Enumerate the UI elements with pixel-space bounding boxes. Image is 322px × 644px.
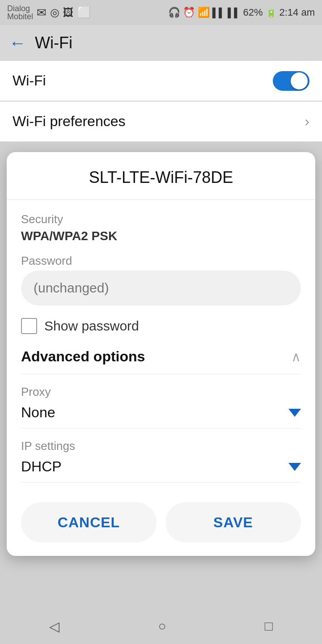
wifi-toggle[interactable] [273, 71, 309, 91]
monitor-icon: ⬜ [77, 6, 91, 19]
dialog-title: SLT-LTE-WiFi-78DE [7, 152, 315, 200]
carrier-text: DialogMobitel [7, 4, 33, 21]
back-button[interactable]: ← [9, 34, 26, 53]
proxy-value: None [21, 404, 55, 421]
show-password-checkbox[interactable] [21, 318, 37, 334]
battery-icon: 🔋 [266, 7, 277, 18]
status-bar-left: DialogMobitel ✉ ◎ 🖼 ⬜ [7, 4, 91, 21]
signal-icon: ▌▌ [212, 8, 225, 18]
ip-settings-value: DHCP [21, 458, 62, 475]
proxy-label: Proxy [21, 385, 301, 399]
ip-settings-section: IP settings DHCP [21, 439, 301, 483]
save-button[interactable]: SAVE [165, 502, 301, 542]
image-icon: 🖼 [63, 6, 74, 19]
headphones-icon: 🎧 [168, 7, 180, 18]
alarm-icon: ⏰ [183, 7, 195, 18]
wifi-toggle-row: Wi-Fi [0, 61, 322, 101]
wifi-preferences-label: Wi-Fi preferences [13, 113, 126, 130]
advanced-options-label: Advanced options [21, 348, 145, 365]
advanced-options-row[interactable]: Advanced options ∧ [21, 348, 301, 374]
ip-settings-label: IP settings [21, 439, 301, 453]
back-nav-icon[interactable]: ◁ [49, 619, 59, 634]
recents-nav-icon[interactable]: □ [265, 619, 273, 634]
password-input[interactable] [21, 271, 301, 305]
proxy-section: Proxy None [21, 385, 301, 428]
battery-text: 62% [243, 7, 263, 18]
top-nav: ← Wi-Fi [0, 25, 322, 61]
proxy-dropdown-arrow [288, 409, 301, 417]
cancel-button[interactable]: CANCEL [21, 502, 157, 542]
gmail-icon: ✉ [37, 6, 47, 20]
show-password-row: Show password [21, 318, 301, 334]
dialog-buttons: CANCEL SAVE [7, 493, 315, 542]
bottom-nav: ◁ ○ □ [0, 608, 322, 644]
show-password-label: Show password [44, 318, 139, 334]
wifi-label: Wi-Fi [13, 72, 46, 89]
ip-dropdown-arrow [288, 463, 301, 471]
security-value: WPA/WPA2 PSK [21, 229, 301, 243]
wifi-dialog: SLT-LTE-WiFi-78DE Security WPA/WPA2 PSK … [7, 152, 315, 556]
proxy-dropdown-row[interactable]: None [21, 402, 301, 428]
page-title: Wi-Fi [35, 34, 72, 52]
security-label: Security [21, 212, 301, 226]
wifi-preferences-row[interactable]: Wi-Fi preferences › [0, 102, 322, 142]
target-icon: ◎ [50, 6, 59, 19]
signal2-icon: ▌▌ [228, 8, 240, 18]
home-nav-icon[interactable]: ○ [158, 619, 166, 634]
status-bar: DialogMobitel ✉ ◎ 🖼 ⬜ 🎧 ⏰ 📶 ▌▌ ▌▌ 62% 🔋 … [0, 0, 322, 25]
toggle-knob [291, 72, 308, 89]
wifi-icon: 📶 [198, 7, 210, 18]
time-text: 2:14 am [280, 7, 315, 18]
dialog-body: Security WPA/WPA2 PSK Password Show pass… [7, 200, 315, 483]
collapse-icon: ∧ [291, 349, 301, 364]
chevron-right-icon: › [305, 113, 309, 130]
password-label: Password [21, 254, 301, 268]
ip-dropdown-row[interactable]: DHCP [21, 457, 301, 483]
status-bar-right: 🎧 ⏰ 📶 ▌▌ ▌▌ 62% 🔋 2:14 am [168, 7, 315, 18]
settings-background: Wi-Fi Wi-Fi preferences › [0, 61, 322, 142]
